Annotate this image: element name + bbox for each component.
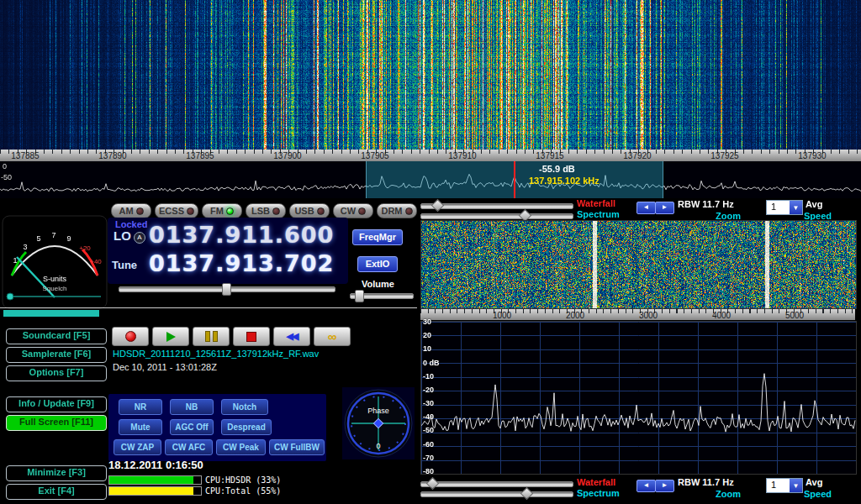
fullscreen-button[interactable]: Full Screen [F11] xyxy=(6,415,107,431)
mode-button-fm[interactable]: FM xyxy=(202,203,242,218)
volume-slider[interactable] xyxy=(350,293,414,299)
rewind-button[interactable]: ◀◀ xyxy=(273,327,310,346)
zoom-in-button-top[interactable]: ► xyxy=(655,202,674,214)
mute-button[interactable]: Mute xyxy=(119,419,162,435)
phase-dial[interactable]: Phase 0 xyxy=(342,387,415,459)
play-icon xyxy=(166,332,176,342)
speed-label-bottom: Speed xyxy=(804,489,832,499)
mode-label: AM xyxy=(119,206,133,216)
led-icon xyxy=(317,207,325,215)
freqmgr-button[interactable]: FreqMgr xyxy=(352,229,403,245)
spectrum-scale-0: 0 xyxy=(3,162,7,171)
freq-tick: 3000 xyxy=(639,311,658,320)
playback-file-name: HDSDR_20111210_125611Z_137912kHz_RF.wav xyxy=(113,349,319,359)
led-icon xyxy=(405,207,413,215)
chevron-down-icon[interactable]: ▼ xyxy=(790,479,802,492)
cw-zap-button[interactable]: CW ZAP xyxy=(114,439,161,455)
freq-tick: 1000 xyxy=(493,311,511,320)
freq-tick: 137900 xyxy=(273,151,301,160)
info-update-button[interactable]: Info / Update [F9] xyxy=(6,396,107,412)
waterfall-brightness-slider[interactable] xyxy=(420,203,573,209)
s-meter-tick-label: 3 xyxy=(23,243,27,251)
waterfall-contrast-slider[interactable] xyxy=(420,213,573,219)
freq-tick: 137895 xyxy=(186,151,214,160)
squelch-knob[interactable] xyxy=(7,293,13,300)
volume-label: Volume xyxy=(362,279,394,289)
tuning-slider-handle[interactable] xyxy=(222,283,231,296)
led-icon xyxy=(226,207,234,215)
cw-fullbw-button[interactable]: CW FullBW xyxy=(269,439,325,455)
lo-lock-button[interactable]: A xyxy=(134,232,145,244)
led-icon xyxy=(358,207,366,215)
spectrum-contrast-slider[interactable] xyxy=(420,491,573,497)
speed-dropdown-bottom[interactable]: 1 ▼ xyxy=(766,478,803,493)
nr-button[interactable]: NR xyxy=(119,399,162,415)
audio-spectrum-display[interactable] xyxy=(420,321,857,475)
exit-button[interactable]: Exit [F4] xyxy=(6,484,107,500)
speed-dropdown-top[interactable]: 1 ▼ xyxy=(766,200,803,215)
zoom-in-button-bottom[interactable]: ► xyxy=(655,480,674,492)
loop-icon: ∞ xyxy=(328,330,337,343)
tuning-slider[interactable] xyxy=(119,286,335,292)
audio-frequency-ruler[interactable]: 1000 2000 3000 4000 5000 xyxy=(420,309,855,320)
cpu-hdsdr-bar-fill xyxy=(109,476,193,484)
despread-button[interactable]: Despread xyxy=(221,419,272,435)
tune-frequency-digits[interactable]: 0137.913.702 xyxy=(149,252,334,275)
mode-label: ECSS xyxy=(159,206,184,216)
pause-icon xyxy=(205,331,210,342)
freq-tick: 137925 xyxy=(710,151,738,160)
led-icon xyxy=(187,207,194,215)
cw-peak-button[interactable]: CW Peak xyxy=(216,439,266,455)
cpu-hdsdr-label: CPU:HDSDR (33%) xyxy=(205,475,281,485)
squelch-label: Squelch xyxy=(43,285,67,292)
rbw-readout-bottom: RBW 11.7 Hz xyxy=(678,477,734,487)
cursor-db-readout: -55.9 dB xyxy=(539,164,575,174)
mode-button-ecss[interactable]: ECSS xyxy=(155,203,198,218)
main-frequency-ruler[interactable]: 137885 137890 137895 137900 137905 13791… xyxy=(0,150,861,161)
s-meter[interactable]: 1 3 5 7 9 +20 +40 S-units Squelch xyxy=(2,215,108,309)
record-button[interactable] xyxy=(112,327,149,346)
mode-button-lsb[interactable]: LSB xyxy=(246,203,286,218)
options-button[interactable]: Options [F7] xyxy=(6,365,107,381)
zoom-out-button-bottom[interactable]: ◄ xyxy=(637,480,656,492)
cw-afc-button[interactable]: CW AFC xyxy=(165,439,213,455)
soundcard-button[interactable]: Soundcard [F5] xyxy=(6,328,107,344)
pause-button[interactable] xyxy=(193,327,230,346)
main-waterfall-display[interactable] xyxy=(0,0,861,150)
waterfall-label-top: Waterfall xyxy=(577,198,615,208)
zoom-out-button-top[interactable]: ◄ xyxy=(637,202,656,214)
spectrum-scale-50: -50 xyxy=(1,173,12,181)
squelch-slider-track[interactable] xyxy=(0,307,417,308)
speed-value-bottom: 1 xyxy=(767,479,790,492)
play-button[interactable] xyxy=(152,327,189,346)
nb-button[interactable]: NB xyxy=(170,399,214,415)
minimize-button[interactable]: Minimize [F3] xyxy=(6,465,107,481)
mode-label: FM xyxy=(210,206,224,216)
volume-slider-handle[interactable] xyxy=(355,290,364,302)
dsp-row-2: Mute AGC Off Despread xyxy=(119,419,272,435)
mode-button-am[interactable]: AM xyxy=(111,203,151,218)
cpu-total-bar xyxy=(108,486,202,496)
transport-controls: ◀◀ ∞ xyxy=(112,327,354,346)
dsp-row-1: NR NB Notch xyxy=(119,399,268,415)
freq-tick: 137930 xyxy=(798,151,826,160)
extio-button[interactable]: ExtIO xyxy=(357,256,398,272)
audio-waterfall-display[interactable] xyxy=(420,220,857,309)
chevron-down-icon[interactable]: ▼ xyxy=(790,201,802,214)
spectrum-brightness-slider[interactable] xyxy=(420,481,573,487)
mode-button-cw[interactable]: CW xyxy=(333,203,373,218)
rewind-icon: ◀◀ xyxy=(287,331,298,342)
loop-button[interactable]: ∞ xyxy=(314,327,351,346)
samplerate-button[interactable]: Samplerate [F6] xyxy=(6,347,107,363)
mode-label: USB xyxy=(294,206,314,216)
mode-button-usb[interactable]: USB xyxy=(289,203,330,218)
mode-button-drm[interactable]: DRM xyxy=(377,203,417,218)
lo-frequency-digits[interactable]: 0137.911.600 xyxy=(149,223,334,246)
freq-tick: 2000 xyxy=(566,311,584,320)
stop-button[interactable] xyxy=(233,327,270,346)
agc-off-button[interactable]: AGC Off xyxy=(170,419,214,435)
tune-label: Tune xyxy=(112,259,137,271)
cpu-hdsdr-bar xyxy=(108,475,202,485)
notch-button[interactable]: Notch xyxy=(221,399,268,415)
s-meter-tick-label: +40 xyxy=(90,258,102,265)
